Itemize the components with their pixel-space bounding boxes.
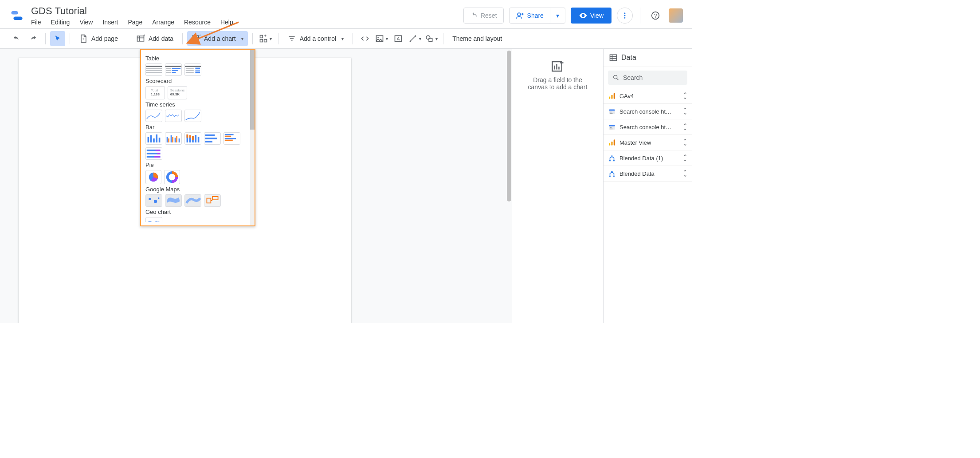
embed-url-button[interactable] bbox=[357, 31, 372, 46]
image-button[interactable] bbox=[374, 31, 389, 46]
line-tool-button[interactable] bbox=[408, 31, 422, 46]
chart-scorecard-1[interactable]: Total1,168 bbox=[145, 86, 165, 99]
menu-editing[interactable]: Editing bbox=[51, 19, 70, 26]
svg-rect-1 bbox=[14, 17, 23, 20]
svg-rect-66 bbox=[198, 137, 200, 142]
add-chart-button[interactable]: + Add a chart bbox=[187, 31, 248, 46]
share-button[interactable]: Share bbox=[509, 8, 550, 24]
chart-timeseries-2[interactable] bbox=[165, 110, 182, 122]
community-viz-button[interactable] bbox=[257, 31, 274, 46]
add-data-button[interactable]: + Add data bbox=[132, 31, 178, 46]
separator bbox=[443, 33, 443, 44]
separator bbox=[182, 33, 183, 44]
scorecard-total-value: 1,168 bbox=[151, 92, 160, 96]
data-source-item[interactable]: Master View⌃⌄ bbox=[604, 135, 692, 150]
more-options-button[interactable] bbox=[617, 8, 633, 24]
data-source-item[interactable]: Blended Data (1)⌃⌄ bbox=[604, 150, 692, 166]
menu-arrange[interactable]: Arrange bbox=[152, 19, 174, 26]
chart-bar-2[interactable] bbox=[165, 132, 182, 145]
chart-map-3[interactable] bbox=[184, 194, 201, 207]
expand-icon[interactable]: ⌃⌄ bbox=[683, 124, 687, 130]
chart-bar-5[interactable] bbox=[223, 132, 240, 145]
svg-rect-41 bbox=[186, 68, 194, 69]
menu-insert[interactable]: Insert bbox=[102, 19, 118, 26]
chart-bar-1[interactable] bbox=[145, 132, 162, 145]
chart-pie-2[interactable] bbox=[164, 170, 180, 184]
chart-map-4[interactable] bbox=[204, 194, 221, 207]
menu-page[interactable]: Page bbox=[128, 19, 142, 26]
chart-map-1[interactable] bbox=[145, 194, 162, 207]
menu-help[interactable]: Help bbox=[220, 19, 233, 26]
theme-layout-button[interactable]: Theme and layout bbox=[448, 31, 506, 46]
search-placeholder: Search bbox=[623, 74, 643, 81]
shape-tool-button[interactable] bbox=[424, 31, 439, 46]
svg-rect-102 bbox=[612, 95, 613, 99]
document-title[interactable]: GDS Tutorial bbox=[31, 5, 233, 17]
svg-rect-48 bbox=[150, 135, 152, 142]
svg-rect-0 bbox=[12, 11, 18, 15]
chart-map-2[interactable] bbox=[165, 194, 182, 207]
chart-timeseries-1[interactable] bbox=[145, 110, 162, 122]
gallery-scrollbar-thumb[interactable] bbox=[250, 50, 255, 130]
shapes-icon bbox=[425, 34, 434, 43]
chart-bar-4[interactable] bbox=[204, 132, 221, 145]
data-source-item[interactable]: GAv4⌃⌄ bbox=[604, 88, 692, 104]
menu-resource[interactable]: Resource bbox=[184, 19, 211, 26]
expand-icon[interactable]: ⌃⌄ bbox=[683, 93, 687, 99]
svg-rect-67 bbox=[205, 134, 215, 136]
datasource-name: Blended Data bbox=[619, 170, 655, 177]
image-icon bbox=[375, 34, 384, 43]
datasource-name: Master View bbox=[619, 139, 651, 146]
data-source-item[interactable]: Blended Data⌃⌄ bbox=[604, 166, 692, 182]
account-avatar[interactable] bbox=[669, 8, 683, 23]
canvas-scrollbar[interactable] bbox=[507, 51, 511, 201]
svg-rect-40 bbox=[185, 66, 201, 67]
expand-icon[interactable]: ⌃⌄ bbox=[683, 140, 687, 145]
redo-button[interactable] bbox=[26, 31, 41, 46]
data-source-item[interactable]: Search console ht…⌃⌄ bbox=[604, 104, 692, 119]
view-button[interactable]: View bbox=[571, 8, 612, 24]
gallery-scrollbar-track[interactable] bbox=[250, 50, 255, 225]
select-tool[interactable] bbox=[50, 31, 65, 46]
data-icon bbox=[609, 53, 618, 62]
help-button[interactable]: ? bbox=[647, 8, 663, 24]
text-button[interactable]: A bbox=[391, 31, 406, 46]
menu-view[interactable]: View bbox=[79, 19, 93, 26]
svg-rect-55 bbox=[172, 137, 173, 142]
share-dropdown[interactable]: ▾ bbox=[550, 8, 565, 24]
expand-icon[interactable]: ⌃⌄ bbox=[683, 109, 687, 114]
menu-file[interactable]: File bbox=[31, 19, 41, 26]
svg-rect-60 bbox=[187, 134, 188, 138]
data-source-item[interactable]: Search console ht…⌃⌄ bbox=[604, 119, 692, 135]
chart-table-1[interactable] bbox=[145, 63, 162, 76]
chart-pie-1[interactable] bbox=[145, 170, 161, 184]
undo-button[interactable] bbox=[9, 31, 24, 46]
data-search-input[interactable]: Search bbox=[608, 71, 687, 85]
datasource-icon bbox=[608, 107, 616, 115]
add-control-button[interactable]: Add a control bbox=[283, 31, 349, 46]
datasource-name: Search console ht… bbox=[619, 108, 671, 115]
svg-rect-36 bbox=[172, 70, 178, 71]
svg-rect-62 bbox=[189, 135, 191, 138]
add-data-icon: + bbox=[136, 34, 145, 43]
add-page-label: Add page bbox=[91, 35, 118, 42]
svg-point-116 bbox=[609, 160, 611, 162]
chart-bar-3[interactable] bbox=[184, 132, 201, 145]
add-page-button[interactable]: + Add page bbox=[74, 31, 122, 46]
expand-icon[interactable]: ⌃⌄ bbox=[683, 155, 687, 161]
chart-geo-1[interactable] bbox=[145, 217, 162, 222]
chart-timeseries-3[interactable] bbox=[184, 110, 201, 122]
chart-scorecard-2[interactable]: Sessions69.3K bbox=[168, 86, 187, 99]
more-vert-icon bbox=[621, 12, 629, 20]
chart-table-3[interactable] bbox=[184, 63, 201, 76]
expand-icon[interactable]: ⌃⌄ bbox=[683, 171, 687, 176]
eye-icon bbox=[579, 11, 588, 20]
svg-text:+: + bbox=[143, 34, 145, 38]
svg-rect-106 bbox=[610, 112, 612, 113]
chart-table-2[interactable] bbox=[165, 63, 182, 76]
add-page-icon: + bbox=[79, 34, 88, 43]
datasource-name: Search console ht… bbox=[619, 124, 671, 130]
svg-rect-14 bbox=[260, 36, 263, 38]
chart-bar-6[interactable] bbox=[145, 147, 162, 160]
reset-button[interactable]: Reset bbox=[463, 8, 504, 24]
